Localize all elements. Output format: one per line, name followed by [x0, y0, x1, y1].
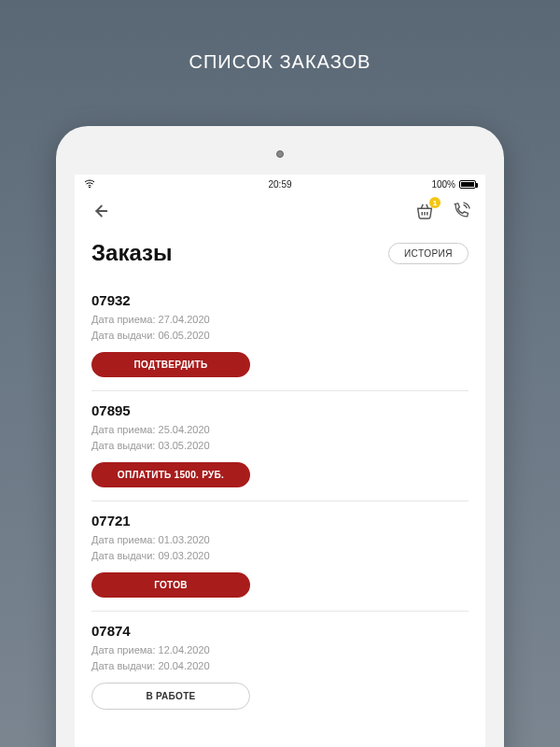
confirm-button[interactable]: ПОДТВЕРДИТЬ [91, 352, 250, 377]
order-receive-date: Дата приема: 12.04.2020 [91, 642, 469, 658]
in-progress-button[interactable]: В РАБОТЕ [91, 683, 250, 710]
order-item[interactable]: 07874 Дата приема: 12.04.2020 Дата выдач… [91, 612, 469, 723]
order-issue-date: Дата выдачи: 03.05.2020 [91, 438, 469, 454]
order-issue-date: Дата выдачи: 06.05.2020 [91, 328, 469, 344]
back-arrow-icon[interactable] [90, 201, 110, 221]
header-row: Заказы ИСТОРИЯ [75, 227, 485, 281]
wifi-icon [84, 178, 95, 190]
tablet-camera [276, 150, 284, 158]
orders-title: Заказы [91, 240, 172, 266]
battery-indicator: 100% [431, 179, 476, 190]
battery-pct: 100% [431, 179, 455, 190]
order-number: 07874 [91, 623, 469, 639]
statusbar: 20:59 100% [75, 175, 485, 191]
order-receive-date: Дата приема: 25.04.2020 [91, 422, 469, 438]
ready-button[interactable]: ГОТОВ [91, 572, 250, 598]
order-issue-date: Дата выдачи: 20.04.2020 [91, 658, 469, 674]
order-receive-date: Дата приема: 27.04.2020 [91, 312, 469, 328]
order-number: 07932 [91, 292, 469, 308]
phone-icon[interactable] [452, 202, 470, 220]
topbar: 1 [75, 191, 485, 227]
basket-badge: 1 [429, 197, 441, 208]
order-item[interactable]: 07932 Дата приема: 27.04.2020 Дата выдач… [91, 281, 469, 391]
order-number: 07721 [91, 513, 469, 529]
svg-point-0 [90, 187, 91, 188]
order-issue-date: Дата выдачи: 09.03.2020 [91, 548, 469, 564]
history-button[interactable]: ИСТОРИЯ [388, 243, 469, 264]
statusbar-time: 20:59 [268, 179, 291, 190]
page-title: СПИСОК ЗАКАЗОВ [0, 0, 560, 73]
pay-button[interactable]: ОПЛАТИТЬ 1500. РУБ. [91, 462, 250, 487]
order-item[interactable]: 07721 Дата приема: 01.03.2020 Дата выдач… [91, 501, 469, 612]
order-number: 07895 [91, 402, 469, 418]
orders-list: 07932 Дата приема: 27.04.2020 Дата выдач… [75, 281, 485, 723]
tablet-frame: 20:59 100% 1 [56, 126, 504, 747]
order-item[interactable]: 07895 Дата приема: 25.04.2020 Дата выдач… [91, 391, 469, 501]
tablet-screen: 20:59 100% 1 [75, 175, 485, 747]
order-receive-date: Дата приема: 01.03.2020 [91, 532, 469, 548]
basket-icon[interactable]: 1 [414, 201, 435, 221]
battery-icon [459, 180, 476, 189]
